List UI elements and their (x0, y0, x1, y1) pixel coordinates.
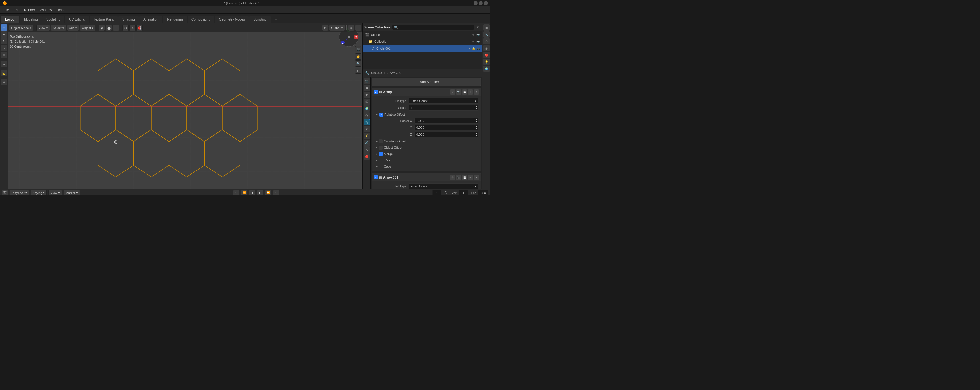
viewport-shading-material[interactable]: ⬤ (106, 25, 112, 31)
tool-annotate[interactable]: ✏ (1, 61, 7, 67)
tool-measure[interactable]: 📐 (1, 70, 7, 76)
section-caps[interactable]: ▶ Caps (374, 163, 479, 169)
tab-animation[interactable]: Animation (139, 16, 162, 23)
mod-array-delete[interactable]: ✕ (474, 89, 479, 95)
view-menu-timeline[interactable]: View ▾ (48, 190, 62, 196)
filter-icon[interactable]: ▼ (475, 25, 480, 30)
tab-scripting[interactable]: Scripting (249, 16, 271, 23)
obj-lock[interactable]: 🔒 (472, 47, 475, 50)
count-up-icon[interactable]: ▲ (476, 105, 477, 107)
down-icon[interactable]: ▼ (476, 121, 477, 123)
timeline-scene-icon[interactable]: 🎬 (2, 190, 8, 196)
menu-render[interactable]: Render (22, 7, 37, 13)
tool-move[interactable]: ✥ (1, 31, 7, 38)
outliner-row-circle001[interactable]: ⬡ Circle.001 👁 🔒 📷 (363, 45, 482, 52)
viewport-3d[interactable]: Object Mode ▾ View ▾ Select ▾ Add ▾ Obje… (8, 23, 363, 189)
fit-type-001-value[interactable]: Fixed Count ▾ (409, 183, 479, 189)
breadcrumb-modifier[interactable]: Array.001 (390, 71, 403, 75)
down-icon[interactable]: ▼ (476, 134, 477, 136)
playback-menu[interactable]: Playback ▾ (10, 190, 29, 196)
mod-array001-delete[interactable]: ✕ (474, 175, 479, 180)
step-back-button[interactable]: ⏪ (241, 190, 247, 196)
up-icon[interactable]: ▲ (476, 132, 477, 134)
view-menu[interactable]: View ▾ (37, 25, 50, 31)
props-constraints-icon[interactable]: 🔗 (364, 140, 370, 146)
grid-icon[interactable]: ⊞ (355, 67, 361, 74)
factor-z-value[interactable]: 0.000 ▲ ▼ (414, 132, 479, 137)
count-value[interactable]: 4 ▲ ▼ (409, 105, 479, 111)
select-menu[interactable]: Select ▾ (51, 25, 66, 31)
constant-offset-checkbox[interactable] (379, 139, 383, 143)
section-merge[interactable]: ▶ ✓ Merge (374, 151, 479, 157)
mod-array001-save[interactable]: 💾 (462, 175, 467, 180)
up-icon[interactable]: ▲ (476, 125, 477, 127)
viewport-shading-solid[interactable]: ◉ (99, 25, 105, 31)
tab-compositing[interactable]: Compositing (188, 16, 215, 23)
zoom-icon[interactable]: 🔍 (355, 60, 361, 67)
menu-file[interactable]: File (1, 7, 11, 13)
object-mode-selector[interactable]: Object Mode ▾ (9, 25, 33, 31)
up-icon[interactable]: ▲ (476, 118, 477, 121)
mod-array-camera[interactable]: 📷 (456, 89, 461, 95)
rt-tool4[interactable]: ◎ (483, 45, 490, 51)
mod-array-settings[interactable]: ⚙ (450, 89, 455, 95)
rt-tool3[interactable]: ✧ (483, 38, 490, 45)
scene-render[interactable]: 📷 (476, 33, 480, 37)
count-down-icon[interactable]: ▼ (476, 107, 477, 110)
coll-render[interactable]: 📷 (476, 40, 480, 43)
tab-rendering[interactable]: Rendering (163, 16, 187, 23)
hand-icon[interactable]: ✋ (355, 53, 361, 59)
fit-type-value[interactable]: Fixed Count ▾ (409, 98, 479, 104)
tab-texture-paint[interactable]: Texture Paint (90, 16, 118, 23)
props-scene-icon[interactable]: 🎬 (364, 99, 370, 105)
props-render-icon[interactable]: 📷 (364, 78, 370, 84)
props-output-icon[interactable]: 🖨 (364, 85, 370, 91)
close-button[interactable] (474, 1, 477, 5)
proportional-editing[interactable]: ◎ (348, 25, 354, 31)
transform-pivot[interactable]: ⊞ (322, 25, 328, 31)
mod-array-save[interactable]: 💾 (462, 89, 467, 95)
modifier-array001-enabled[interactable]: ✓ (374, 175, 378, 180)
mod-array-duplicate[interactable]: ⊕ (468, 89, 473, 95)
section-constant-offset[interactable]: ▶ Constant Offset (374, 138, 479, 145)
menu-help[interactable]: Help (54, 7, 66, 13)
frame-display[interactable]: 1 (432, 190, 441, 196)
modifier-array-header[interactable]: ✓ ⊞ Array ⚙ 📷 💾 ⊕ ✕ (372, 88, 481, 96)
modifier-array-enabled[interactable]: ✓ (374, 90, 378, 94)
tab-uv-editing[interactable]: UV Editing (65, 16, 89, 23)
step-forward-button[interactable]: ⏭ (273, 190, 279, 196)
mod-array001-settings[interactable]: ⚙ (450, 175, 455, 180)
camera-icon[interactable]: 📷 (355, 46, 361, 53)
marker-menu[interactable]: Marker ▾ (64, 190, 80, 196)
tool-rotate[interactable]: ↻ (1, 38, 7, 45)
tool-add-object[interactable]: ⊕ (1, 79, 7, 86)
merge-checkbox[interactable]: ✓ (379, 152, 383, 156)
section-object-offset[interactable]: ▶ Object Offset (374, 145, 479, 151)
tab-sculpting[interactable]: Sculpting (43, 16, 64, 23)
add-menu[interactable]: Add ▾ (67, 25, 79, 31)
add-workspace-button[interactable]: + (272, 16, 280, 23)
rt-tool7[interactable]: 🌍 (483, 65, 490, 72)
add-modifier-button[interactable]: + + Add Modifier (372, 78, 481, 86)
play-button[interactable]: ▶ (257, 190, 263, 196)
viewport-shading-rendered[interactable]: ✦ (113, 25, 119, 31)
props-data-icon[interactable]: △ (364, 146, 370, 153)
factor-y-value[interactable]: 0.000 ▲ ▼ (414, 125, 479, 131)
props-modifier-icon[interactable]: 🔧 (364, 119, 370, 125)
mod-array001-camera[interactable]: 📷 (456, 175, 461, 180)
props-physics-icon[interactable]: ⚡ (364, 133, 370, 139)
down-icon[interactable]: ▼ (476, 127, 477, 129)
menu-window[interactable]: Window (37, 7, 54, 13)
props-particles-icon[interactable]: ✴ (364, 126, 370, 132)
obj-visibility[interactable]: 👁 (468, 47, 471, 50)
section-relative-offset[interactable]: ▼ ✓ Relative Offset (374, 111, 479, 118)
transform-orientation[interactable]: Global▾ (329, 25, 345, 31)
snap-toggle[interactable]: 🧲 (137, 25, 143, 31)
play-forward-button[interactable]: ⏩ (265, 190, 271, 196)
outliner-row-collection[interactable]: 📁 Collection 👁 📷 (363, 38, 482, 45)
factor-x-value[interactable]: 1.000 ▲ ▼ (414, 118, 479, 124)
modifier-array001-header[interactable]: ✓ ⊞ Array.001 ⚙ 📷 💾 ⊕ ✕ (372, 174, 481, 181)
object-menu[interactable]: Object ▾ (80, 25, 95, 31)
rt-tool2[interactable]: 🔧 (483, 31, 490, 38)
end-frame-input[interactable]: 250 (478, 190, 488, 196)
